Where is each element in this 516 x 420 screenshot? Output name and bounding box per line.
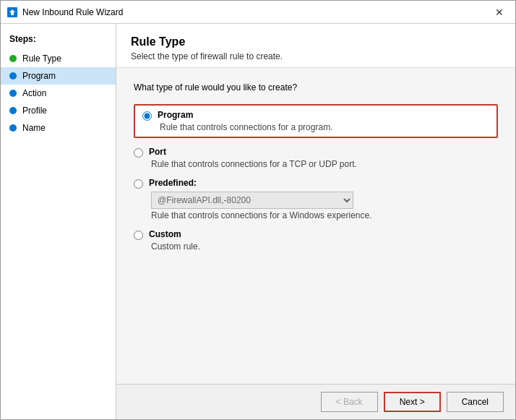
back-button[interactable]: < Back — [321, 392, 378, 412]
steps-label: Steps: — [1, 31, 116, 50]
option-predefined: Predefined: @FirewallAPI.dll,-80200 Rule… — [134, 178, 498, 220]
window-title: New Inbound Rule Wizard — [22, 7, 489, 17]
option-custom-desc: Custom rule. — [151, 241, 498, 252]
sidebar-label-rule-type: Rule Type — [22, 53, 61, 64]
main-header: Rule Type Select the type of firewall ru… — [116, 24, 515, 68]
option-custom-row: Custom — [134, 229, 498, 240]
radio-predefined[interactable] — [134, 179, 143, 189]
footer: < Back Next > Cancel — [116, 384, 515, 419]
sidebar-item-action[interactable]: Action — [1, 85, 116, 102]
option-predefined-row: Predefined: — [134, 178, 498, 189]
wizard-window: New Inbound Rule Wizard ✕ Steps: Rule Ty… — [0, 0, 516, 420]
sidebar-item-rule-type[interactable]: Rule Type — [1, 50, 116, 67]
question-text: What type of rule would you like to crea… — [134, 82, 498, 93]
option-program-desc: Rule that controls connections for a pro… — [160, 122, 489, 132]
dot-icon-name — [9, 124, 17, 132]
sidebar-label-profile: Profile — [22, 106, 47, 116]
main-panel: Rule Type Select the type of firewall ru… — [116, 24, 515, 419]
sidebar-label-action: Action — [22, 88, 46, 98]
radio-custom[interactable] — [134, 231, 143, 240]
option-custom: Custom Custom rule. — [134, 229, 498, 252]
option-program-label: Program — [158, 110, 193, 120]
sidebar: Steps: Rule Type Program Action Profile … — [1, 24, 116, 419]
radio-port[interactable] — [134, 148, 143, 158]
page-subtitle: Select the type of firewall rule to crea… — [131, 51, 501, 61]
main-body: What type of rule would you like to crea… — [116, 68, 515, 384]
dot-icon-program — [9, 72, 17, 80]
dot-icon-profile — [9, 107, 17, 114]
page-title: Rule Type — [131, 35, 501, 48]
content-area: Steps: Rule Type Program Action Profile … — [1, 24, 515, 419]
option-port-desc: Rule that controls connections for a TCP… — [151, 159, 498, 169]
option-predefined-desc: Rule that controls connections for a Win… — [151, 210, 498, 220]
close-button[interactable]: ✕ — [489, 4, 509, 20]
dot-icon-rule-type — [9, 55, 17, 62]
sidebar-item-profile[interactable]: Profile — [1, 102, 116, 119]
dot-icon-action — [9, 90, 17, 97]
option-group: Program Rule that controls connections f… — [134, 104, 498, 252]
option-program-row: Program — [142, 110, 489, 121]
option-port-label: Port — [149, 147, 166, 157]
cancel-button[interactable]: Cancel — [447, 392, 504, 412]
next-button[interactable]: Next > — [384, 392, 441, 412]
sidebar-label-name: Name — [22, 123, 46, 133]
option-predefined-label: Predefined: — [149, 178, 197, 188]
radio-program[interactable] — [142, 111, 152, 121]
sidebar-item-name[interactable]: Name — [1, 119, 116, 137]
option-program: Program Rule that controls connections f… — [134, 104, 498, 138]
sidebar-label-program: Program — [22, 71, 56, 81]
title-bar: New Inbound Rule Wizard ✕ — [1, 1, 515, 24]
option-port: Port Rule that controls connections for … — [134, 147, 498, 169]
option-custom-label: Custom — [149, 229, 181, 239]
sidebar-item-program[interactable]: Program — [1, 67, 116, 85]
app-icon — [7, 7, 18, 18]
predefined-dropdown[interactable]: @FirewallAPI.dll,-80200 — [151, 192, 353, 209]
option-port-row: Port — [134, 147, 498, 158]
